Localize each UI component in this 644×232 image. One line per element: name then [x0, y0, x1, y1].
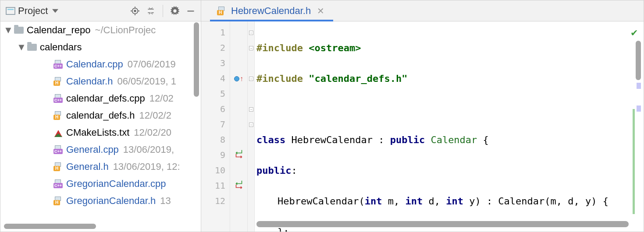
project-view-chooser-icon[interactable] [52, 8, 58, 14]
line-number: 8 [201, 132, 225, 148]
editor-tab-label: HebrewCalendar.h [231, 5, 311, 17]
tree-file-meta: 12/02/20 [134, 127, 171, 138]
project-vertical-scrollbar[interactable] [194, 22, 199, 97]
fold-toggle-icon[interactable] [249, 123, 253, 127]
gear-icon[interactable] [168, 4, 181, 18]
fold-toggle-icon[interactable] [249, 46, 253, 50]
folder-icon [27, 44, 37, 51]
code-area[interactable]: #include <ostream> #include "calendar_de… [255, 21, 644, 232]
project-horizontal-scrollbar[interactable] [4, 224, 96, 229]
close-tab-icon[interactable]: ✕ [315, 5, 326, 17]
expand-arrow-icon[interactable]: ▼ [18, 42, 25, 53]
expand-arrow-icon[interactable]: ▼ [5, 25, 12, 36]
tree-file[interactable]: ▼CMakeLists.txt12/02/20 [0, 124, 201, 141]
cpp-file-icon [53, 60, 63, 69]
locate-target-icon[interactable] [128, 4, 142, 18]
tree-file-meta: 13/06/2019, 12: [113, 161, 180, 172]
code-token: : [378, 134, 390, 145]
code-token: #include [256, 73, 309, 84]
tree-file[interactable]: ▼calendar_defs.cpp12/02 [0, 90, 201, 107]
code-token: y) : Calendar(m, d, y) { [469, 196, 608, 207]
tree-file[interactable]: ▼Calendar.cpp07/06/2019 [0, 56, 201, 73]
line-number: 10 [201, 163, 225, 178]
minimap-marker[interactable] [637, 83, 641, 89]
code-editor: HebrewCalendar.h ✕ 1 2 3 4 5 6 7 8 9 10 … [201, 0, 644, 232]
tree-file[interactable]: ▼calendar_defs.h12/02/2 [0, 107, 201, 124]
line-number: 12 [201, 193, 225, 209]
project-view-icon [6, 7, 15, 15]
h-file-icon [217, 7, 227, 15]
line-number: 4 [201, 71, 225, 86]
editor-body: 1 2 3 4 5 6 7 8 9 10 11 12 ↑ ⮠⮡ ⮠⮡ [201, 21, 644, 232]
collapse-all-icon[interactable] [144, 4, 157, 18]
cmake-file-icon [54, 130, 62, 137]
tree-file-label: GregorianCalendar.h [66, 195, 156, 207]
tree-file-meta: 06/05/2019, 1 [117, 76, 176, 87]
line-number: 5 [201, 86, 225, 102]
editor-vertical-scrollbar[interactable] [636, 41, 641, 80]
code-token: public [390, 134, 431, 145]
cpp-file-icon [53, 145, 63, 154]
code-token: { [483, 134, 489, 145]
gutter-markers[interactable]: ↑ ⮠⮡ ⮠⮡ [230, 21, 248, 232]
tree-file[interactable]: ▼General.h13/06/2019, 12: [0, 158, 201, 175]
inspection-ok-icon[interactable]: ✔ [631, 25, 637, 40]
tree-file[interactable]: ▼GregorianCalendar.h13 [0, 192, 201, 209]
change-marker [633, 109, 635, 214]
fold-toggle-icon[interactable] [249, 107, 253, 112]
override-marker-icon[interactable]: ↑ [230, 71, 247, 86]
diff-marker-icon[interactable]: ⮠⮡ [230, 148, 247, 163]
diff-marker-icon[interactable]: ⮠⮡ [230, 178, 247, 193]
line-number-gutter[interactable]: 1 2 3 4 5 6 7 8 9 10 11 12 [201, 21, 230, 232]
code-token: class [256, 134, 291, 145]
tree-file-label: Calendar.h [66, 76, 113, 87]
cpp-file-icon [53, 94, 63, 103]
project-panel-title[interactable]: Project [18, 5, 48, 17]
tree-file-label: calendar_defs.cpp [66, 93, 145, 104]
tree-file-meta: 13 [160, 195, 171, 207]
code-token: #include [256, 42, 309, 53]
code-token: d, [428, 196, 446, 207]
h-file-icon [53, 111, 63, 120]
fold-gutter[interactable] [248, 21, 255, 232]
toolbar-separator [163, 5, 163, 17]
tree-file-meta: 12/02 [149, 93, 174, 104]
tree-folder[interactable]: ▼ calendars [0, 39, 201, 56]
line-number: 7 [201, 117, 225, 132]
fold-toggle-icon[interactable] [249, 31, 253, 35]
editor-tabs: HebrewCalendar.h ✕ [201, 0, 644, 21]
cpp-file-icon [53, 179, 63, 188]
editor-tab[interactable]: HebrewCalendar.h ✕ [210, 0, 333, 21]
tree-file[interactable]: ▼Calendar.h06/05/2019, 1 [0, 73, 201, 90]
line-number: 6 [201, 102, 225, 117]
line-number: 2 [201, 40, 225, 56]
tree-file-label: calendar_defs.h [66, 110, 135, 121]
tree-file[interactable]: ▼General.cpp13/06/2019, [0, 141, 201, 158]
project-tree[interactable]: ▼ Calendar_repo ~/CLionProjec ▼ calendar… [0, 21, 201, 232]
code-token: int [446, 196, 469, 207]
folder-icon [14, 27, 24, 34]
h-file-icon [53, 77, 63, 86]
code-token: int [405, 196, 428, 207]
code-token: "calendar_defs.h" [309, 73, 407, 84]
tree-file-meta: 13/06/2019, [123, 144, 174, 155]
tree-root-path: ~/CLionProjec [95, 25, 156, 36]
minimap-marker[interactable] [637, 105, 641, 112]
tree-folder-label: calendars [40, 42, 82, 53]
hide-icon[interactable] [184, 4, 197, 18]
fold-toggle-icon[interactable] [249, 77, 253, 81]
tree-file-label: General.cpp [66, 144, 119, 155]
editor-horizontal-scrollbar[interactable] [256, 221, 629, 227]
code-token: int [365, 196, 388, 207]
code-token: HebrewCalendar [291, 134, 378, 145]
h-file-icon [53, 162, 63, 171]
tree-file-meta: 07/06/2019 [128, 59, 176, 70]
svg-rect-2 [188, 11, 194, 11]
tree-root[interactable]: ▼ Calendar_repo ~/CLionProjec [0, 21, 201, 39]
tree-root-label: Calendar_repo [27, 25, 91, 36]
h-file-icon [53, 197, 63, 205]
project-tool-window: Project ▼ Calendar_repo [0, 0, 201, 232]
tree-file[interactable]: ▼GregorianCalendar.cpp [0, 175, 201, 192]
tree-file-label: CMakeLists.txt [66, 127, 129, 138]
code-token: : [291, 165, 297, 176]
